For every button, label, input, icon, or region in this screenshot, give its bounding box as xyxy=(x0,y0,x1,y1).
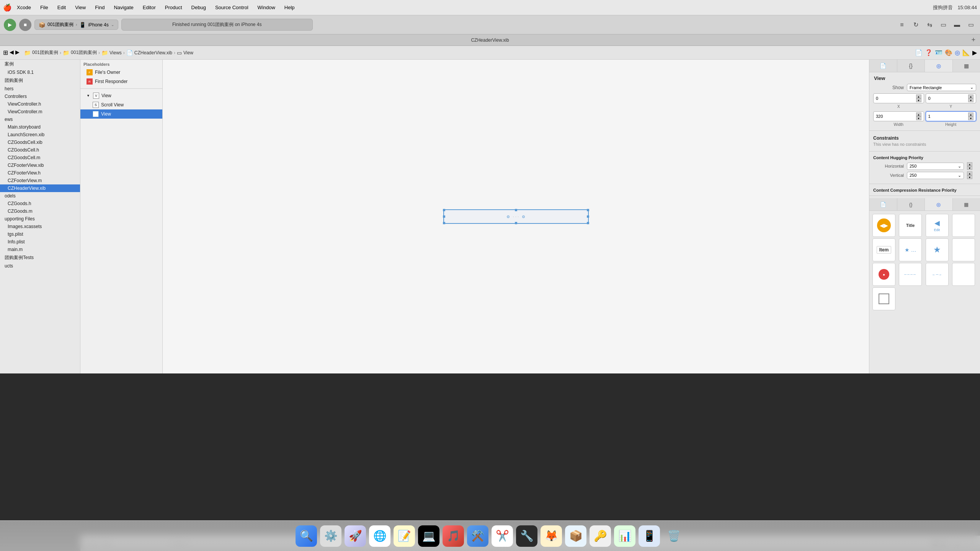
file-item[interactable]: ucts xyxy=(0,262,80,270)
file-item[interactable]: ViewController.h xyxy=(0,100,80,108)
outline-scroll-view[interactable]: S Scroll View xyxy=(80,100,162,109)
expand-arrow[interactable]: ▼ xyxy=(87,94,90,98)
dock-trash[interactable]: 🗑️ xyxy=(663,525,684,547)
y-stepper[interactable]: ▲ ▼ xyxy=(968,95,973,102)
file-item[interactable]: CZGoodsCell.xib xyxy=(0,139,80,146)
resize-handle-mr[interactable] xyxy=(587,215,589,218)
menu-debug[interactable]: Debug xyxy=(188,3,210,12)
refresh-btn[interactable]: ↻ xyxy=(910,20,921,30)
canvas-view-box[interactable]: ⚙ · · · ⚙ xyxy=(443,209,589,224)
hugging-v-stepper[interactable]: ▲ ▼ xyxy=(967,171,972,179)
file-item[interactable]: CZGoodsCell.m xyxy=(0,154,80,161)
resize-handle-bl[interactable] xyxy=(443,222,445,224)
navigator-toggle[interactable]: ≡ xyxy=(897,20,907,30)
inspector-tab-file[interactable]: 📄 xyxy=(869,60,897,72)
forward-icon[interactable]: ▶ xyxy=(972,49,977,56)
comp-empty2[interactable] xyxy=(952,238,975,261)
height-stepper[interactable]: ▲ ▼ xyxy=(968,112,973,120)
resize-handle-tl[interactable] xyxy=(443,209,445,211)
file-item[interactable]: 团购案例 xyxy=(0,76,80,85)
outline-view-selected[interactable]: V View xyxy=(80,109,162,119)
layout-btn1[interactable]: ▭ xyxy=(938,20,949,30)
dock-launchpad[interactable]: 🚀 xyxy=(345,525,366,547)
file-item[interactable]: CZFooterView.xib xyxy=(0,161,80,169)
file-item[interactable]: 团购案例Tests xyxy=(0,253,80,262)
w-down[interactable]: ▼ xyxy=(916,116,921,120)
menu-edit[interactable]: Edit xyxy=(54,3,70,12)
connections-icon[interactable]: ◎ xyxy=(955,49,960,56)
y-up[interactable]: ▲ xyxy=(968,95,973,98)
hh-down[interactable]: ▼ xyxy=(967,166,972,170)
comp-badge[interactable]: ● xyxy=(872,263,895,286)
comp-play-controls[interactable]: ◀▶ xyxy=(872,214,895,237)
file-item[interactable]: hers xyxy=(0,85,80,93)
lower-tab-size[interactable]: ▦ xyxy=(953,198,980,210)
hugging-h-dropdown[interactable]: 250 ⌄ xyxy=(907,163,964,170)
comp-star[interactable]: ★ xyxy=(926,238,949,261)
dock-filezilla[interactable]: 🦊 xyxy=(541,525,562,547)
width-field[interactable]: 320 ▲ ▼ xyxy=(873,111,924,121)
resize-handle-tr[interactable] xyxy=(587,209,589,211)
menu-find[interactable]: Find xyxy=(91,3,108,12)
h-up[interactable]: ▲ xyxy=(968,112,973,116)
layout-btn2[interactable]: ▬ xyxy=(952,20,962,30)
nav-grid-icon[interactable]: ⊞ xyxy=(3,49,8,56)
breadcrumb-group[interactable]: 001团购案例 xyxy=(71,49,97,56)
dock-system-prefs[interactable]: ⚙️ xyxy=(320,525,341,547)
dock-music[interactable]: 🎵 xyxy=(443,525,464,547)
h-down[interactable]: ▼ xyxy=(968,116,973,120)
x-up[interactable]: ▲ xyxy=(916,95,921,98)
file-item[interactable]: Info.plist xyxy=(0,238,80,246)
comp-star-more[interactable]: ★ … xyxy=(899,238,922,261)
menu-editor[interactable]: Editor xyxy=(139,3,160,12)
hugging-h-stepper[interactable]: ▲ ▼ xyxy=(967,162,972,170)
dock-simulator[interactable]: 📱 xyxy=(639,525,660,547)
dock-filemerge[interactable]: ✂️ xyxy=(492,525,513,547)
nav-back-icon[interactable]: ◀ xyxy=(10,49,14,56)
dock-packagemanager[interactable]: 📦 xyxy=(565,525,586,547)
comp-title[interactable]: Title xyxy=(899,214,922,237)
breadcrumb-views[interactable]: Views xyxy=(109,50,122,55)
comp-empty3[interactable] xyxy=(952,263,975,286)
show-dropdown[interactable]: Frame Rectangle ⌄ xyxy=(907,84,976,91)
breadcrumb-view[interactable]: View xyxy=(183,50,193,55)
hugging-v-dropdown[interactable]: 250 ⌄ xyxy=(907,172,964,179)
x-down[interactable]: ▼ xyxy=(916,98,921,102)
inspector-tab-attributes[interactable]: ▦ xyxy=(953,60,980,72)
scheme-selector[interactable]: 📦 001团购案例 › 📱 iPhone 4s ⌄ xyxy=(34,20,118,30)
menu-navigate[interactable]: Navigate xyxy=(110,3,137,12)
file-item[interactable]: tgs.plist xyxy=(0,230,80,238)
comp-dotted-h[interactable]: ┄┄┄┄ xyxy=(899,263,922,286)
comp-item[interactable]: Item xyxy=(872,238,895,261)
inspector-tab-identity[interactable]: ◎ xyxy=(925,60,953,72)
outline-first-responder[interactable]: R First Responder xyxy=(80,77,162,86)
resize-handle-br[interactable] xyxy=(587,222,589,224)
size-icon[interactable]: 📐 xyxy=(962,49,970,56)
file-item[interactable]: iOS SDK 8.1 xyxy=(0,68,80,76)
hv-up[interactable]: ▲ xyxy=(967,171,972,175)
w-up[interactable]: ▲ xyxy=(916,112,921,116)
apple-logo[interactable]: 🍎 xyxy=(3,3,11,12)
tab-title[interactable]: CZHeaderView.xib xyxy=(471,37,509,43)
file-item[interactable]: 案例 xyxy=(0,60,80,68)
breadcrumb-file[interactable]: CZHeaderView.xib xyxy=(134,50,172,55)
menu-file[interactable]: File xyxy=(36,3,52,12)
y-field[interactable]: 0 ▲ ▼ xyxy=(926,93,977,103)
hv-down[interactable]: ▼ xyxy=(967,175,972,179)
menu-product[interactable]: Product xyxy=(161,3,186,12)
comp-empty1[interactable] xyxy=(952,214,975,237)
resize-handle-tm[interactable] xyxy=(515,209,517,211)
menu-view[interactable]: View xyxy=(71,3,90,12)
x-field[interactable]: 0 ▲ ▼ xyxy=(873,93,924,103)
menu-xcode[interactable]: Xcode xyxy=(13,3,35,12)
resize-handle-bm[interactable] xyxy=(515,222,517,224)
file-item[interactable]: CZFooterView.h xyxy=(0,169,80,177)
dock-instruments[interactable]: 🔧 xyxy=(516,525,537,547)
file-inspector-icon[interactable]: 📄 xyxy=(915,49,923,56)
file-item-czheaderview[interactable]: CZHeaderView.xib xyxy=(0,184,80,192)
file-item[interactable]: CZGoodsCell.h xyxy=(0,146,80,154)
dock-terminal[interactable]: 💻 xyxy=(418,525,439,547)
file-item-main-storyboard[interactable]: Main.storyboard xyxy=(0,123,80,131)
file-item[interactable]: Controllers xyxy=(0,93,80,100)
dock-safari[interactable]: 🌐 xyxy=(369,525,390,547)
